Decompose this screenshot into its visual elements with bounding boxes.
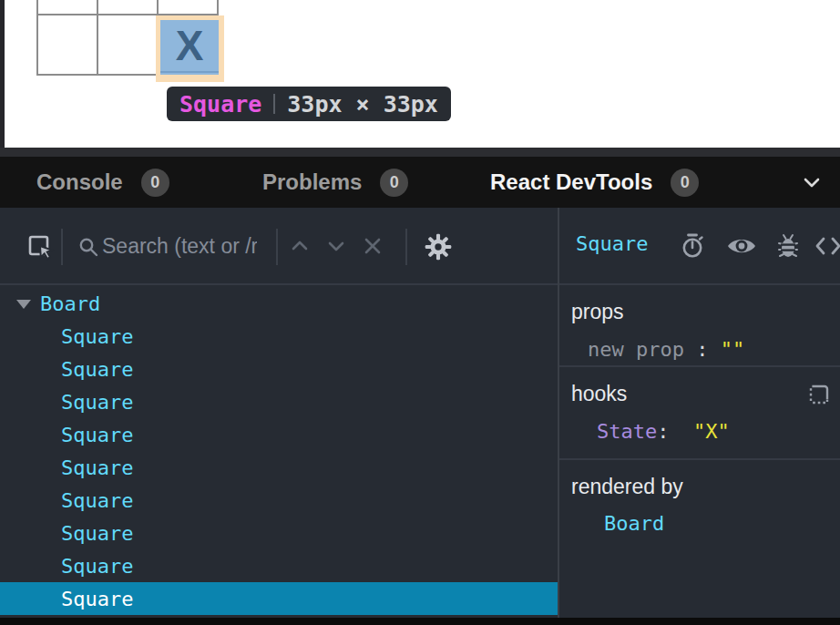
tree-item-square[interactable]: Square — [0, 517, 558, 549]
tab-label: React DevTools — [490, 169, 652, 195]
tab-problems[interactable]: Problems 0 — [262, 157, 408, 208]
clear-search-icon[interactable] — [362, 235, 384, 257]
hooks-row[interactable]: State: "X" — [571, 420, 831, 443]
inspect-dom-eye-icon[interactable] — [726, 235, 757, 257]
tab-react-devtools[interactable]: React DevTools 0 — [490, 157, 699, 208]
search-input[interactable] — [102, 230, 257, 262]
tree-item-label: Square — [61, 325, 133, 348]
component-tree: Board SquareSquareSquareSquareSquareSqua… — [0, 285, 558, 618]
tree-item-square[interactable]: Square — [0, 451, 558, 484]
chevron-down-icon[interactable] — [800, 173, 824, 191]
screenshot-root: X Square 33px × 33px Console 0 Problems … — [0, 0, 840, 625]
tree-item-label: Square — [61, 489, 133, 512]
devtools-top-border[interactable] — [0, 148, 840, 157]
tooltip-dimensions: 33px × 33px — [287, 91, 438, 118]
board-cell[interactable] — [158, 0, 218, 15]
inspect-highlight-content: X — [160, 20, 219, 75]
prop-key[interactable]: new prop — [588, 338, 684, 361]
search-prev-icon[interactable] — [288, 238, 312, 254]
tree-item-label: Square — [61, 424, 133, 446]
hook-value[interactable]: "X" — [693, 420, 730, 443]
tab-count-badge: 0 — [141, 169, 169, 197]
square-value: X — [176, 25, 204, 67]
inspector-pane: Square — [559, 208, 840, 618]
react-devtools-panel: Board SquareSquareSquareSquareSquareSqua… — [0, 208, 840, 618]
prop-separator: : — [684, 338, 721, 361]
toolbar-separator — [405, 229, 407, 265]
tab-count-badge: 0 — [671, 169, 699, 197]
tab-count-badge: 0 — [380, 169, 408, 197]
board-cell[interactable] — [37, 0, 97, 15]
tree-item-square[interactable]: Square — [0, 582, 558, 615]
inspected-toolbar: Square — [559, 208, 840, 285]
hook-name: State — [597, 420, 657, 443]
parse-hooks-icon[interactable] — [807, 383, 831, 406]
prop-value[interactable]: "" — [721, 338, 745, 361]
board-cell[interactable] — [97, 0, 158, 15]
components-toolbar — [0, 208, 558, 285]
search-icon — [77, 236, 99, 258]
rendered-by-title: rendered by — [571, 475, 831, 499]
search-next-icon[interactable] — [324, 238, 348, 254]
tab-console[interactable]: Console 0 — [36, 157, 169, 208]
log-bug-icon[interactable] — [776, 231, 800, 261]
tree-item-board[interactable]: Board — [0, 287, 558, 320]
tree-item-square[interactable]: Square — [0, 549, 558, 582]
hooks-title: hooks — [571, 382, 627, 406]
grid-line — [160, 71, 219, 73]
tooltip-divider — [273, 94, 275, 114]
tree-item-square[interactable]: Square — [0, 385, 558, 418]
board-cell[interactable] — [97, 15, 158, 75]
tab-label: Console — [36, 169, 123, 195]
tree-item-square[interactable]: Square — [0, 484, 558, 517]
rendered-by-section: rendered by Board — [559, 460, 840, 618]
tree-item-label: Square — [61, 555, 133, 578]
toolbar-separator — [61, 229, 63, 265]
tree-item-label: Square — [61, 358, 133, 381]
toolbar-separator — [276, 229, 278, 265]
components-pane: Board SquareSquareSquareSquareSquareSqua… — [0, 208, 558, 618]
rendered-by-owner-link[interactable]: Board — [571, 512, 831, 535]
hook-separator: : — [657, 420, 669, 443]
tab-label: Problems — [262, 169, 362, 195]
props-row[interactable]: new prop : "" — [571, 338, 831, 361]
props-title: props — [571, 300, 831, 324]
board-cell[interactable] — [37, 15, 97, 75]
tree-item-square[interactable]: Square — [0, 320, 558, 353]
inspected-component-name: Square — [576, 232, 648, 255]
tree-item-square[interactable]: Square — [0, 418, 558, 451]
component-tree-children: SquareSquareSquareSquareSquareSquareSqua… — [0, 320, 558, 615]
inspect-element-icon[interactable] — [27, 234, 55, 261]
tree-item-label: Square — [61, 456, 133, 479]
devtools-tab-bar: Console 0 Problems 0 React DevTools 0 — [0, 157, 840, 208]
props-section: props new prop : "" — [559, 285, 840, 367]
window-left-edge — [0, 0, 5, 148]
inspect-tooltip: Square 33px × 33px — [167, 87, 451, 121]
gear-icon[interactable] — [424, 232, 453, 261]
hooks-section: hooks State: "X" — [559, 367, 840, 460]
browser-page-area: X Square 33px × 33px — [0, 0, 840, 148]
tree-item-label: Square — [61, 522, 133, 545]
window-bottom-edge — [0, 618, 840, 625]
view-source-code-icon[interactable] — [814, 235, 840, 257]
tree-item-square[interactable]: Square — [0, 353, 558, 385]
tree-item-label: Board — [40, 292, 100, 315]
tree-item-label: Square — [61, 391, 133, 414]
expand-arrow-icon[interactable] — [16, 300, 31, 309]
suspend-stopwatch-icon[interactable] — [680, 232, 707, 260]
tooltip-component-name: Square — [179, 91, 261, 118]
tree-item-label: Square — [61, 588, 133, 610]
